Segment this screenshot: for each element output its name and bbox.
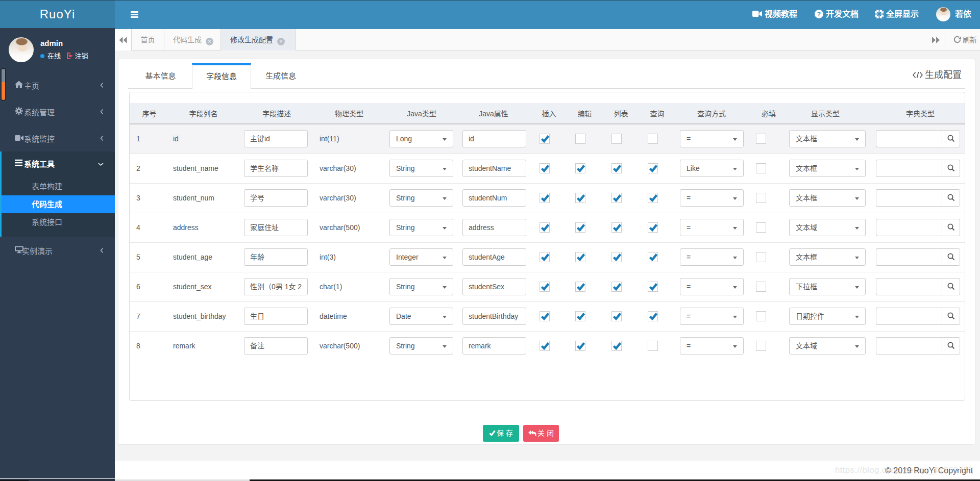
svg-text:?: ? — [817, 11, 821, 18]
